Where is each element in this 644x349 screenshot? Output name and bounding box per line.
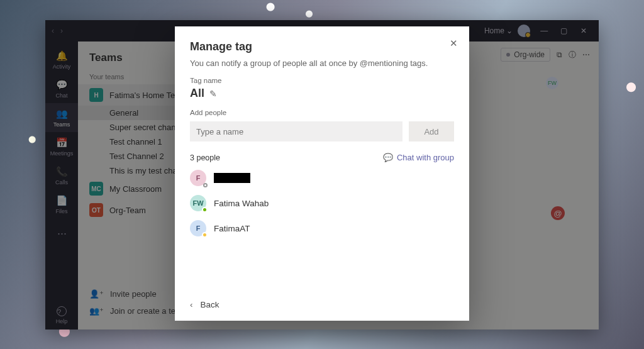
- dialog-subtitle: You can notify a group of people all at …: [190, 58, 454, 68]
- tagname-label: Tag name: [190, 77, 454, 84]
- person-name: FatimaAT: [214, 224, 250, 233]
- tagname-value: All: [190, 87, 204, 100]
- close-icon[interactable]: ✕: [450, 38, 458, 49]
- person-name-redacted: [214, 173, 250, 183]
- person-row[interactable]: F: [190, 170, 454, 186]
- people-list: F FW Fatima Wahab F FatimaAT: [190, 170, 454, 236]
- avatar: F: [190, 220, 206, 236]
- add-button[interactable]: Add: [409, 121, 454, 141]
- chat-with-group-link[interactable]: 💬 Chat with group: [383, 153, 454, 162]
- presence-offline-icon: [203, 183, 208, 187]
- chat-icon: 💬: [383, 153, 393, 162]
- add-people-input[interactable]: [190, 121, 402, 141]
- avatar: FW: [190, 195, 206, 211]
- manage-tag-dialog: ✕ Manage tag You can notify a group of p…: [175, 26, 469, 321]
- back-arrow-icon[interactable]: ‹: [190, 300, 193, 309]
- dialog-title: Manage tag: [190, 40, 454, 53]
- presence-away-icon: [202, 232, 208, 238]
- avatar: F: [190, 170, 206, 186]
- edit-icon[interactable]: ✎: [209, 89, 217, 99]
- presence-available-icon: [202, 207, 208, 213]
- person-row[interactable]: FW Fatima Wahab: [190, 195, 454, 211]
- person-name: Fatima Wahab: [214, 199, 269, 208]
- addpeople-label: Add people: [190, 109, 454, 116]
- person-row[interactable]: F FatimaAT: [190, 220, 454, 236]
- people-count: 3 people: [190, 153, 220, 162]
- back-button[interactable]: Back: [201, 300, 219, 309]
